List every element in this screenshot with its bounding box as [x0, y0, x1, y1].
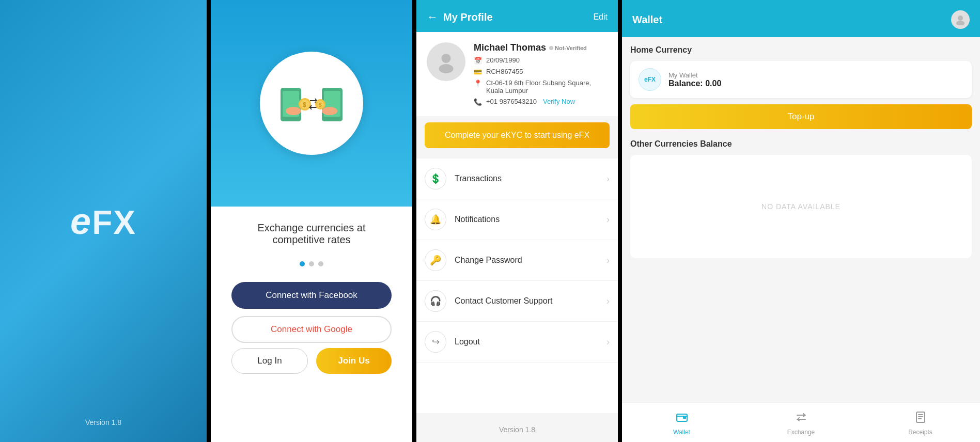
menu-transactions-label: Transactions: [455, 174, 606, 183]
profile-edit-link[interactable]: Edit: [593, 12, 608, 22]
menu-logout-label: Logout: [455, 337, 606, 346]
connect-google-button[interactable]: Connect with Google: [231, 316, 392, 343]
menu-item-transactions[interactable]: 💲 Transactions ›: [416, 159, 618, 199]
profile-menu: 💲 Transactions › 🔔 Notifications › 🔑 Cha…: [416, 159, 618, 413]
profile-title: My Profile: [443, 11, 493, 23]
profile-ref: RCH867455: [486, 68, 523, 75]
menu-password-label: Change Password: [455, 256, 606, 265]
wallet-panel: Wallet Home Currency eFX My Wallet Balan…: [622, 0, 980, 442]
splash-panel: eFX Version 1.8: [0, 0, 207, 442]
dot-3: [318, 261, 323, 266]
logo-e: e: [70, 200, 92, 242]
profile-info: Michael Thomas Not-Verified 📅 20/09/1990…: [416, 32, 618, 116]
join-button[interactable]: Join Us: [316, 348, 392, 374]
wallet-icon-svg: [676, 411, 688, 423]
verified-dot: [549, 46, 553, 50]
verify-now-link[interactable]: Verify Now: [543, 98, 575, 105]
menu-item-logout[interactable]: ↪ Logout ›: [416, 322, 618, 362]
dot-1: [300, 261, 305, 266]
footer-exchange-label: Exchange: [787, 429, 815, 436]
footer-wallet[interactable]: Wallet: [622, 407, 741, 440]
wallet-balance: Balance: 0.00: [668, 79, 963, 88]
svg-text:$: $: [303, 101, 306, 108]
support-icon: 🎧: [425, 290, 446, 312]
onboarding-bottom-buttons: Log In Join Us: [211, 348, 412, 374]
profile-details: Michael Thomas Not-Verified 📅 20/09/1990…: [474, 42, 608, 106]
wallet-content: Home Currency eFX My Wallet Balance: 0.0…: [622, 37, 980, 402]
chevron-transactions: ›: [606, 173, 610, 184]
receipts-icon-svg: [914, 411, 927, 423]
profile-dob-row: 📅 20/09/1990: [474, 56, 608, 65]
svg-point-10: [286, 107, 301, 115]
svg-point-11: [322, 107, 337, 115]
footer-exchange[interactable]: Exchange: [741, 407, 861, 440]
menu-item-notifications[interactable]: 🔔 Notifications ›: [416, 199, 618, 240]
dot-2: [309, 261, 314, 266]
svg-text:$: $: [319, 102, 322, 108]
svg-point-12: [442, 54, 451, 63]
kyc-button[interactable]: Complete your eKYC to start using eFX: [425, 122, 610, 148]
my-wallet-card: eFX My Wallet Balance: 0.00: [630, 61, 972, 98]
verified-badge: Not-Verified: [549, 45, 587, 51]
onboarding-buttons: Connect with Facebook Connect with Googl…: [211, 282, 412, 343]
svg-point-13: [439, 64, 454, 73]
calendar-icon: 📅: [474, 57, 482, 65]
wallet-footer: Wallet Exchange Receipts: [622, 402, 980, 442]
divider-3: [618, 0, 622, 442]
footer-receipts[interactable]: Receipts: [861, 407, 980, 440]
chevron-password: ›: [606, 255, 610, 266]
login-button[interactable]: Log In: [231, 348, 308, 374]
profile-dob: 20/09/1990: [486, 56, 520, 64]
wallet-header: Wallet: [622, 0, 980, 37]
location-icon: 📍: [474, 80, 482, 87]
exchange-footer-icon: [795, 411, 807, 427]
efx-badge: eFX: [639, 68, 661, 91]
profile-name: Michael Thomas Not-Verified: [474, 42, 608, 53]
menu-support-label: Contact Customer Support: [455, 296, 606, 306]
menu-notifications-label: Notifications: [455, 215, 606, 224]
verified-status: Not-Verified: [555, 45, 587, 51]
onboarding-tagline: Exchange currencies at competitive rates: [211, 207, 412, 251]
phone-icon: 📞: [474, 98, 482, 106]
menu-item-support[interactable]: 🎧 Contact Customer Support ›: [416, 281, 618, 322]
profile-ref-row: 💳 RCH867455: [474, 68, 608, 76]
profile-address: Ct-06-19 6th Floor Subang Square, Kuala …: [486, 79, 608, 94]
wallet-avatar: [951, 10, 970, 29]
profile-name-text: Michael Thomas: [474, 42, 546, 53]
profile-phone-row: 📞 +01 9876543210 Verify Now: [474, 98, 608, 106]
svg-point-15: [956, 21, 965, 25]
divider-1: [207, 0, 211, 442]
svg-point-14: [958, 15, 963, 21]
onboarding-dots: [300, 261, 323, 266]
footer-receipts-label: Receipts: [908, 429, 932, 436]
logo-fx: FX: [92, 204, 136, 241]
receipts-footer-icon: [914, 411, 927, 427]
profile-phone: +01 9876543210: [486, 98, 537, 105]
onboarding-panel: $ $ Exchange currencies at competitive r…: [211, 0, 412, 442]
menu-item-change-password[interactable]: 🔑 Change Password ›: [416, 240, 618, 281]
chevron-notifications: ›: [606, 214, 610, 225]
splash-content: eFX Version 1.8: [0, 0, 207, 442]
profile-header-left: ← My Profile: [427, 10, 493, 24]
wallet-title: Wallet: [632, 14, 662, 26]
wallet-name: My Wallet: [668, 71, 963, 79]
other-currencies-area: NO DATA AVAILABLE: [630, 155, 972, 258]
svg-rect-17: [683, 417, 686, 419]
onboarding-top-bg: $ $: [211, 0, 412, 207]
wallet-footer-icon: [676, 411, 688, 427]
notifications-icon: 🔔: [425, 209, 446, 230]
other-currencies-title: Other Currencies Balance: [630, 139, 972, 149]
password-icon: 🔑: [425, 249, 446, 271]
wallet-avatar-icon: [955, 14, 966, 25]
chevron-support: ›: [606, 296, 610, 307]
avatar-icon: [434, 50, 458, 73]
exchange-illustration: $ $: [278, 77, 345, 129]
exchange-icon-svg-footer: [795, 411, 807, 423]
back-arrow-icon[interactable]: ←: [427, 10, 438, 24]
splash-version: Version 1.8: [0, 418, 207, 427]
chevron-logout: ›: [606, 337, 610, 348]
card-icon: 💳: [474, 68, 482, 76]
efx-logo: eFX: [70, 200, 136, 242]
topup-button[interactable]: Top-up: [630, 104, 972, 129]
connect-facebook-button[interactable]: Connect with Facebook: [231, 282, 392, 309]
